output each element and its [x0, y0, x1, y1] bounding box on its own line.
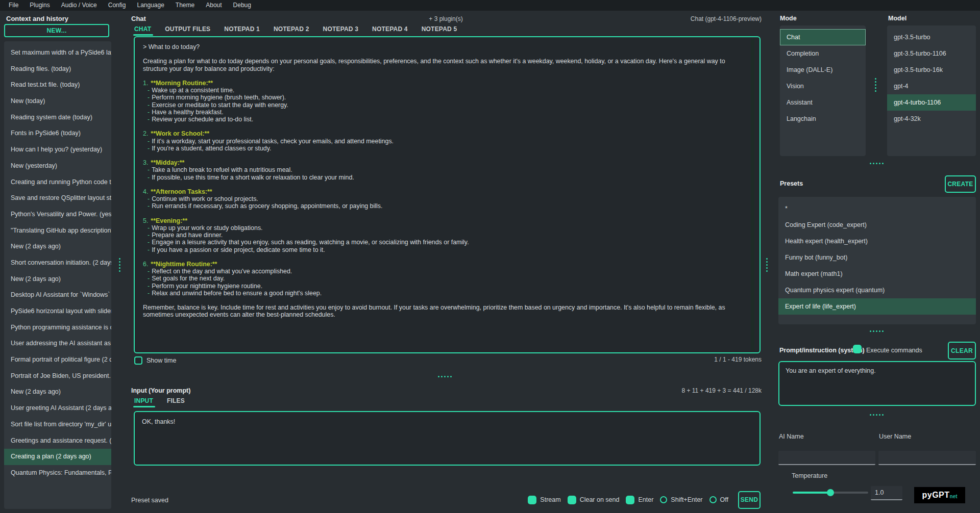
send-options: Stream Clear on send Enter Shift+Enter O… — [130, 490, 761, 510]
context-list-item[interactable]: Read test.txt file. (today) — [4, 77, 111, 93]
menu-item[interactable]: Config — [103, 0, 132, 11]
execute-commands-checkbox[interactable] — [853, 345, 862, 353]
chat-scrollbar[interactable] — [751, 39, 754, 351]
splitter-handle-model-presets[interactable] — [870, 163, 884, 164]
preset-list-item[interactable]: Coding Expert (code_expert) — [778, 217, 976, 233]
splitter-handle-prompt-names[interactable] — [870, 414, 884, 416]
user-name-field[interactable] — [878, 451, 976, 465]
chat-output-content: > What to do today?Creating a plan for w… — [135, 37, 760, 352]
context-list-item[interactable]: Set maximum width of a PySide6 lay... — [4, 45, 111, 61]
model-list-item[interactable]: gpt-4 — [887, 78, 976, 94]
context-list-item[interactable]: User greeting AI Assistant (2 days ago) — [4, 400, 111, 417]
splitter-handle-mode-model[interactable] — [875, 78, 876, 92]
chat-line-text: Prepare and have dinner. — [152, 232, 223, 239]
output-tab[interactable]: NOTEPAD 3 — [323, 25, 359, 35]
preset-list-item[interactable]: Funny bot (funny_bot) — [778, 249, 976, 266]
mode-list-item[interactable]: Chat — [780, 29, 866, 45]
context-list-item[interactable]: Quantum Physics: Fundamentals, Pri... — [4, 465, 111, 481]
context-list-item[interactable]: Fonts in PySide6 (today) — [4, 125, 111, 142]
system-prompt-input[interactable]: You are an expert of everything. — [779, 362, 975, 405]
off-radio[interactable] — [709, 496, 717, 503]
context-list-item[interactable]: New (2 days ago) — [4, 384, 111, 400]
temperature-value[interactable]: 1.0 — [871, 486, 902, 500]
context-list-item[interactable]: Save and restore QSplitter layout stat..… — [4, 190, 111, 207]
context-list-item[interactable]: Python's Versatility and Power. (yeste..… — [4, 207, 111, 223]
clear-on-send-checkbox[interactable] — [568, 496, 576, 504]
menu-item[interactable]: File — [3, 0, 24, 11]
preset-list-item[interactable]: * — [778, 200, 976, 217]
stream-option[interactable]: Stream — [528, 496, 560, 504]
chat-line: Remember, balance is key. Include time f… — [143, 304, 744, 318]
model-list-item[interactable]: gpt-3.5-turbo-1106 — [887, 45, 976, 62]
clear-on-send-option[interactable]: Clear on send — [568, 496, 620, 504]
context-list-item[interactable]: Portrait of Joe Biden, US president. (..… — [4, 368, 111, 384]
clear-prompt-button[interactable]: CLEAR — [948, 342, 976, 360]
preset-list-item[interactable]: Health expert (health_expert) — [778, 233, 976, 249]
menu-item[interactable]: Audio / Voice — [56, 0, 103, 11]
enter-checkbox[interactable] — [626, 496, 634, 504]
context-list-item[interactable]: Formal portrait of political figure (2 d… — [4, 352, 111, 368]
shift-enter-radio[interactable] — [660, 496, 667, 503]
chat-line-text: Reflect on the day and what you've accom… — [152, 268, 292, 275]
model-list-item[interactable]: gpt-4-turbo-1106 — [887, 94, 976, 111]
context-list-item[interactable]: Reading system date (today) — [4, 110, 111, 126]
menu-item[interactable]: Plugins — [24, 0, 55, 11]
ai-name-field[interactable] — [778, 451, 875, 465]
preset-list-item[interactable]: Quantum physics expert (quantum) — [778, 282, 976, 298]
output-tab[interactable]: NOTEPAD 2 — [274, 25, 309, 35]
splitter-handle-right[interactable] — [766, 258, 768, 272]
context-list-item[interactable]: Desktop AI Assistant for `Windows` ... — [4, 287, 111, 303]
output-tab[interactable]: NOTEPAD 1 — [224, 25, 260, 35]
chat-line: Creating a plan for what to do today dep… — [143, 58, 744, 72]
output-tab[interactable]: CHAT — [134, 25, 151, 35]
context-list-item[interactable]: "Translating GitHub app description" ... — [4, 223, 111, 239]
context-list-item[interactable]: Greetings and assistance request. (2 ... — [4, 433, 111, 449]
off-option[interactable]: Off — [709, 496, 728, 503]
shift-enter-option[interactable]: Shift+Enter — [660, 496, 702, 503]
mode-list-item[interactable]: Vision — [780, 78, 866, 94]
menu-item[interactable]: Theme — [170, 0, 200, 11]
chat-line-prefix: - — [148, 283, 150, 290]
preset-list-item[interactable]: Expert of life (life_expert) — [778, 298, 976, 315]
context-list-item[interactable]: New (2 days ago) — [4, 239, 111, 255]
enter-option[interactable]: Enter — [626, 496, 653, 504]
prompt-input[interactable]: OK, thanks! — [135, 412, 760, 465]
preset-list-item[interactable]: Math expert (math1) — [778, 266, 976, 282]
mode-list-item[interactable]: Image (DALL-E) — [780, 62, 866, 78]
output-tab[interactable]: OUTPUT FILES — [165, 25, 210, 35]
output-tab[interactable]: NOTEPAD 4 — [372, 25, 408, 35]
context-list-item[interactable]: Reading files. (today) — [4, 61, 111, 78]
model-list-item[interactable]: gpt-4-32k — [887, 111, 976, 127]
new-context-button[interactable]: NEW... — [4, 24, 109, 37]
output-tab[interactable]: NOTEPAD 5 — [422, 25, 457, 35]
mode-list-item[interactable]: Langchain — [780, 111, 866, 127]
mode-list-item[interactable]: Assistant — [780, 94, 866, 111]
context-list-item[interactable]: Short conversation initiation. (2 days .… — [4, 255, 111, 271]
input-tab[interactable]: INPUT — [134, 397, 153, 407]
context-list-item[interactable]: Sort file list from directory 'my_dir' u… — [4, 417, 111, 433]
splitter-handle-output-input[interactable] — [438, 376, 452, 377]
context-list-item[interactable]: Creating and running Python code to... — [4, 174, 111, 191]
slider-handle[interactable] — [827, 489, 834, 496]
mode-list-item[interactable]: Completion — [780, 45, 866, 62]
context-list-item[interactable]: User addressing the AI assistant as B... — [4, 336, 111, 352]
send-button[interactable]: SEND — [738, 491, 761, 509]
context-list-item[interactable]: How can I help you? (yesterday) — [4, 142, 111, 158]
splitter-handle-left[interactable] — [119, 258, 120, 272]
stream-checkbox[interactable] — [528, 496, 536, 504]
model-list-item[interactable]: gpt-3.5-turbo — [887, 29, 976, 45]
context-list-item[interactable]: Creating a plan (2 days ago) — [4, 449, 111, 465]
menu-item[interactable]: Debug — [228, 0, 257, 11]
create-preset-button[interactable]: CREATE — [945, 175, 976, 193]
context-list-item[interactable]: New (today) — [4, 93, 111, 110]
input-tab[interactable]: FILES — [167, 397, 185, 407]
menu-item[interactable]: About — [200, 0, 227, 11]
context-list-item[interactable]: PySide6 horizontal layout with slider ..… — [4, 303, 111, 320]
context-list-item[interactable]: New (yesterday) — [4, 158, 111, 174]
menu-item[interactable]: Language — [131, 0, 169, 11]
temperature-slider[interactable] — [793, 489, 868, 497]
splitter-handle-presets-prompt[interactable] — [870, 330, 884, 332]
context-list-item[interactable]: Python programming assistance is off... — [4, 320, 111, 336]
context-list-item[interactable]: New (2 days ago) — [4, 271, 111, 288]
model-list-item[interactable]: gpt-3.5-turbo-16k — [887, 62, 976, 78]
